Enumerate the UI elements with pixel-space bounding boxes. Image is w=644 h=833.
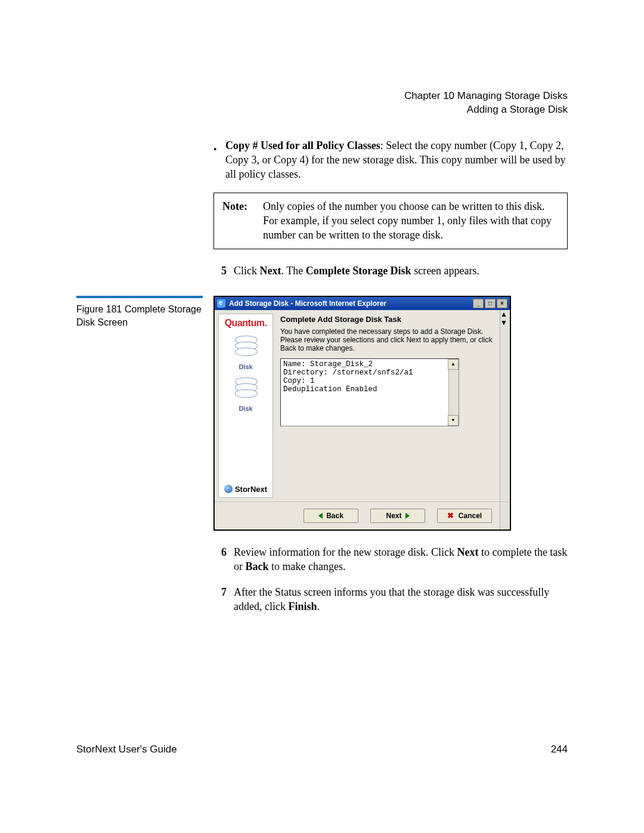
- stornext-badge: StorNext: [224, 485, 267, 494]
- figure-caption: Figure 181 Complete Storage Disk Screen: [76, 296, 203, 531]
- wizard-description: You have completed the necessary steps t…: [280, 327, 496, 352]
- scroll-up-icon[interactable]: ▲: [448, 359, 459, 370]
- window-titlebar: Add Storage Disk - Microsoft Internet Ex…: [215, 297, 510, 310]
- back-button[interactable]: Back: [304, 509, 358, 523]
- close-button[interactable]: ×: [497, 299, 507, 308]
- maximize-button[interactable]: □: [485, 299, 496, 308]
- disk-icon: [233, 377, 259, 401]
- wizard-button-row: Back Next ✖Cancel: [215, 501, 510, 529]
- note-label: Note:: [222, 199, 256, 243]
- screenshot-window: Add Storage Disk - Microsoft Internet Ex…: [213, 296, 511, 531]
- bullet-dot: [213, 138, 218, 182]
- chapter-title: Chapter 10 Managing Storage Disks: [76, 89, 568, 103]
- wizard-heading: Complete Add Storage Disk Task: [280, 315, 496, 324]
- section-title: Adding a Storage Disk: [76, 103, 568, 117]
- disk-icon: [233, 336, 259, 360]
- step-number: 6: [213, 545, 227, 574]
- back-arrow-icon: [318, 513, 323, 519]
- disk-label: Disk: [239, 363, 252, 370]
- note-box: Note: Only copies of the number you choo…: [213, 193, 568, 249]
- bullet-item: Copy # Used for all Policy Classes: Sele…: [213, 138, 568, 182]
- step-number: 5: [213, 264, 227, 278]
- wizard-sidebar: Quantum. Disk Disk StorNext: [218, 314, 273, 498]
- minimize-button[interactable]: _: [473, 299, 484, 308]
- note-text: Only copies of the number you choose can…: [263, 199, 559, 243]
- cancel-button[interactable]: ✖Cancel: [437, 509, 492, 523]
- step-6: 6 Review information for the new storage…: [213, 545, 568, 574]
- step-number: 7: [213, 585, 227, 614]
- step-5: 5 Click Next. The Complete Storage Disk …: [213, 264, 568, 278]
- next-arrow-icon: [405, 513, 410, 519]
- scroll-down-icon[interactable]: ▼: [448, 415, 459, 426]
- wizard-content: Complete Add Storage Disk Task You have …: [273, 310, 510, 501]
- bullet-label: Copy # Used for all Policy Classes: [225, 140, 380, 151]
- step-7: 7 After the Status screen informs you th…: [213, 585, 568, 614]
- ie-icon: [217, 299, 225, 308]
- quantum-logo: Quantum.: [225, 318, 267, 329]
- page-number: 244: [551, 744, 568, 755]
- footer-left: StorNext User's Guide: [76, 744, 177, 755]
- review-textarea[interactable]: Name: Storage_Disk_2 Directory: /stornex…: [280, 358, 459, 426]
- disk-label: Disk: [239, 405, 252, 412]
- globe-icon: [224, 485, 233, 493]
- window-title: Add Storage Disk - Microsoft Internet Ex…: [229, 299, 386, 308]
- cancel-x-icon: ✖: [447, 511, 454, 520]
- next-button[interactable]: Next: [370, 509, 425, 523]
